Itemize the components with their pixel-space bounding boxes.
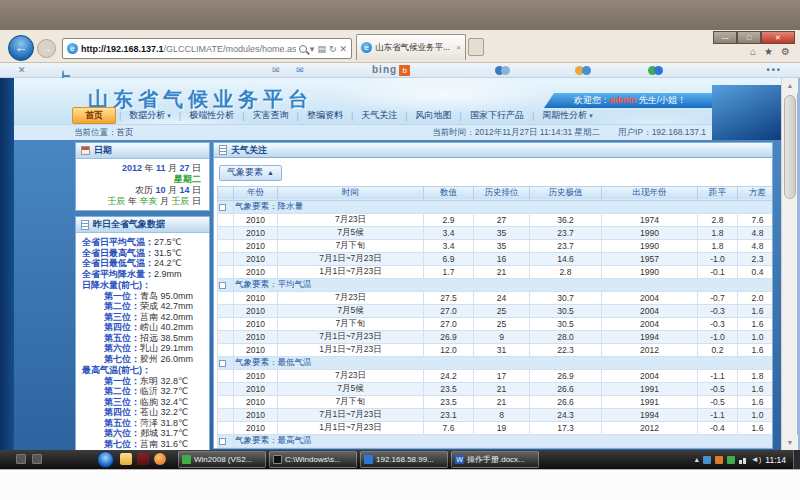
home-icon[interactable]: ⌂ [750, 46, 756, 57]
send-page-icon[interactable]: ✉ [296, 65, 304, 75]
new-tab-button[interactable] [468, 38, 484, 56]
table-row[interactable]: 20101月1日~7月23日12.03122.320120.21.6 [218, 343, 774, 356]
checkbox-icon[interactable] [219, 204, 226, 211]
table-row[interactable]: 20107月23日31.52936.31955,1951-0.32.5 [218, 447, 774, 449]
tray-expand-icon[interactable]: ▴ [695, 455, 699, 464]
stat-value: 31.5℃ [154, 248, 182, 258]
cell: 2.8 [530, 265, 602, 278]
tray-clock[interactable]: 11:14 [765, 455, 786, 465]
stop-icon[interactable]: ✕ [339, 44, 347, 54]
media-player-icon[interactable] [137, 453, 149, 465]
element-selector-button[interactable]: 气象要素 ▲ [219, 165, 282, 181]
table-row[interactable]: 20107月下旬3.43523.719901.84.8 [218, 239, 774, 252]
table-row[interactable]: 20107月下旬27.02530.52004-0.31.6 [218, 317, 774, 330]
table-group-row[interactable]: 气象要素：降水量 [218, 200, 774, 213]
tray-update-icon[interactable] [703, 456, 711, 464]
firefox-icon[interactable] [154, 453, 166, 465]
search-icon[interactable] [299, 45, 307, 53]
cell: 36.2 [530, 213, 602, 226]
addons-icon[interactable] [648, 66, 663, 77]
row-select-cell [218, 330, 234, 343]
table-row[interactable]: 20107月5候23.52126.61991-0.51.6 [218, 382, 774, 395]
scrollbar-thumb[interactable] [784, 95, 796, 199]
mail-icon[interactable]: ✉ [272, 65, 280, 75]
more-options-icon[interactable]: ••• [767, 65, 782, 75]
nav-item-1[interactable]: 数据分析▾ [122, 108, 178, 123]
taskbar-button-1[interactable]: C:\Windows\s... [269, 451, 357, 468]
scroll-up-icon[interactable]: ▲ [782, 78, 798, 93]
checkbox-icon[interactable] [219, 438, 226, 445]
table-row[interactable]: 20107月23日24.21726.92004-1.11.8 [218, 369, 774, 382]
table-group-row[interactable]: 气象要素：最低气温 [218, 356, 774, 369]
table-row[interactable]: 20107月5候27.02530.52004-0.31.6 [218, 304, 774, 317]
checkbox-icon[interactable] [219, 282, 226, 289]
cell: 2010 [234, 421, 278, 434]
group-checkbox-cell [218, 200, 234, 213]
dropdown-arrow-icon[interactable]: ▾ [310, 44, 315, 54]
pinned-icon[interactable] [32, 454, 42, 464]
page-scrollbar[interactable]: ▲ ▼ [781, 78, 797, 450]
table-row[interactable]: 20107月5候3.43523.719901.84.8 [218, 226, 774, 239]
table-row[interactable]: 20101月1日~7月23日1.7212.81990-0.10.4 [218, 265, 774, 278]
scroll-down-icon[interactable]: ▼ [782, 435, 798, 450]
maximize-button[interactable]: □ [737, 31, 761, 44]
cell: 21 [474, 395, 530, 408]
toolbar-extension-icon[interactable] [495, 66, 510, 77]
show-desktop-button[interactable] [793, 450, 800, 469]
nav-item-3[interactable]: 灾害查询 [246, 108, 296, 123]
cell: 7月5候 [278, 382, 424, 395]
table-row[interactable]: 20101月1日~7月23日7.61917.32012-0.41.6 [218, 421, 774, 434]
address-bar[interactable]: e http://192.168.137.1/GLCCLIMATE/module… [62, 38, 352, 59]
network-icon[interactable] [739, 456, 747, 464]
minimize-button[interactable]: — [713, 31, 737, 44]
volume-icon[interactable]: ◄) [751, 455, 762, 464]
pinned-icon[interactable] [16, 454, 26, 464]
table-row[interactable]: 20107月1日~7月23日23.1824.31994-1.11.0 [218, 408, 774, 421]
table-group-row[interactable]: 气象要素：平均气温 [218, 278, 774, 291]
favorites-star-icon[interactable]: ★ [764, 46, 773, 57]
cell: 2010 [234, 226, 278, 239]
tray-security-icon[interactable] [727, 456, 735, 464]
table-group-row[interactable]: 气象要素：最高气温 [218, 434, 774, 447]
table-row[interactable]: 20107月23日27.52430.72004-0.72.0 [218, 291, 774, 304]
nav-item-2[interactable]: 极端性分析 [182, 108, 241, 123]
browser-tab[interactable]: e 山东省气候业务平... × [356, 34, 466, 60]
settings-gear-icon[interactable]: ⚙ [781, 46, 790, 57]
group-label: 气象要素：最高气温 [234, 434, 774, 447]
nav-item-8[interactable]: 周期性分析▾ [535, 108, 600, 123]
close-toolbar-icon[interactable]: ✕ [18, 65, 26, 75]
cell: 2.8 [698, 213, 738, 226]
nav-item-6[interactable]: 风向地图 [409, 108, 459, 123]
back-button[interactable]: ← [8, 35, 34, 61]
nav-item-4[interactable]: 整编资料 [300, 108, 350, 123]
compatibility-icon[interactable]: ▤ [317, 44, 326, 54]
bing-toolbar[interactable]: bingb [372, 64, 410, 76]
nav-item-0[interactable]: 首页 [72, 107, 116, 124]
checkbox-icon[interactable] [219, 360, 226, 367]
cell: 28.0 [530, 330, 602, 343]
forward-button[interactable]: → [37, 39, 56, 58]
url-text[interactable]: http://192.168.137.1/GLCCLIMATE/modules/… [81, 44, 296, 54]
nav-item-7[interactable]: 国家下行产品 [463, 108, 531, 123]
explorer-folder-icon[interactable] [120, 453, 132, 465]
taskbar-button-2[interactable]: 192.168.58.99... [360, 451, 448, 468]
table-row[interactable]: 20107月23日2.92736.219742.87.6 [218, 213, 774, 226]
refresh-icon[interactable]: ↻ [329, 44, 337, 54]
share-contacts-icon[interactable] [575, 66, 591, 77]
close-button[interactable]: ✕ [761, 31, 795, 44]
welcome-suffix: 先生/小姐！ [636, 95, 686, 105]
rank-label: 第六位： [104, 428, 140, 438]
rank-item: 第一位：东明 32.8℃ [82, 376, 205, 387]
nav-item-5[interactable]: 天气关注 [354, 108, 404, 123]
tray-antivirus-icon[interactable] [715, 456, 723, 464]
tab-close-icon[interactable]: × [456, 43, 461, 52]
start-button[interactable] [97, 451, 114, 468]
table-row[interactable]: 20107月1日~7月23日26.9928.01994-1.01.0 [218, 330, 774, 343]
table-row[interactable]: 20107月1日~7月23日6.91614.61957-1.02.3 [218, 252, 774, 265]
taskbar-button-3[interactable]: W操作手册.docx... [451, 451, 539, 468]
table-row[interactable]: 20107月下旬23.52126.61991-0.51.6 [218, 395, 774, 408]
taskbar-button-0[interactable]: Win2008 (VS2... [178, 451, 266, 468]
cell: 7月5候 [278, 304, 424, 317]
column-header: 方差 [738, 186, 774, 200]
welcome-prefix: 欢迎您： [574, 95, 610, 105]
